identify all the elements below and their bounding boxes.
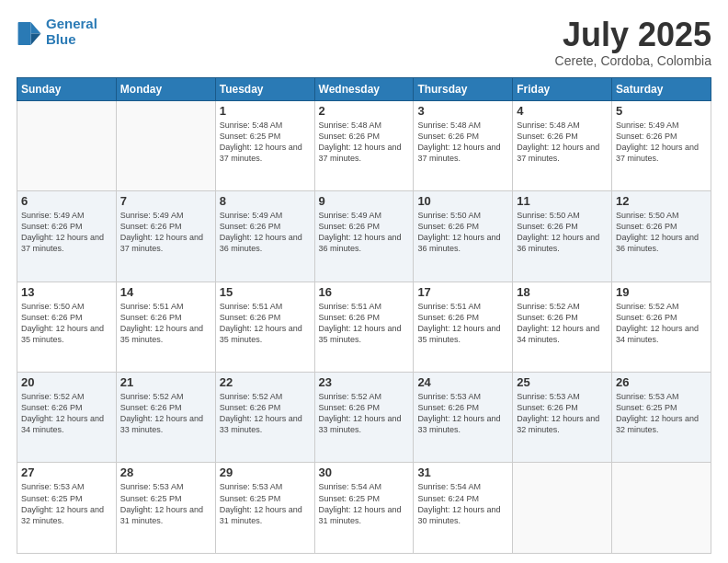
day-number: 29 [220,465,311,479]
day-number: 3 [417,104,508,118]
day-info: Sunrise: 5:50 AMSunset: 6:26 PMDaylight:… [417,210,508,255]
calendar-cell [612,463,711,554]
day-info: Sunrise: 5:48 AMSunset: 6:25 PMDaylight:… [220,120,311,165]
calendar-cell: 26Sunrise: 5:53 AMSunset: 6:25 PMDayligh… [612,373,711,463]
day-info: Sunrise: 5:50 AMSunset: 6:26 PMDaylight:… [517,210,608,255]
day-number: 9 [319,194,410,208]
calendar-cell: 25Sunrise: 5:53 AMSunset: 6:26 PMDayligh… [513,373,612,463]
day-info: Sunrise: 5:52 AMSunset: 6:26 PMDaylight:… [220,391,311,436]
svg-marker-1 [31,33,41,44]
col-wednesday: Wednesday [314,77,414,100]
day-number: 16 [319,285,410,299]
calendar-header-row: Sunday Monday Tuesday Wednesday Thursday… [17,77,711,100]
logo-text: General Blue [46,17,97,47]
calendar-cell: 27Sunrise: 5:53 AMSunset: 6:25 PMDayligh… [17,463,117,554]
day-number: 4 [517,104,608,118]
calendar-cell: 11Sunrise: 5:50 AMSunset: 6:26 PMDayligh… [513,191,612,282]
calendar: Sunday Monday Tuesday Wednesday Thursday… [17,77,711,554]
calendar-week-row: 20Sunrise: 5:52 AMSunset: 6:26 PMDayligh… [17,373,711,463]
svg-rect-2 [18,22,31,45]
svg-marker-0 [31,22,41,33]
day-number: 12 [616,194,707,208]
col-friday: Friday [513,77,612,100]
header: General Blue July 2025 Cerete, Cordoba, … [17,17,711,68]
day-info: Sunrise: 5:54 AMSunset: 6:25 PMDaylight:… [319,481,410,526]
day-info: Sunrise: 5:51 AMSunset: 6:26 PMDaylight:… [220,301,311,346]
day-number: 15 [220,285,311,299]
calendar-cell: 9Sunrise: 5:49 AMSunset: 6:26 PMDaylight… [314,191,414,282]
calendar-cell: 24Sunrise: 5:53 AMSunset: 6:26 PMDayligh… [414,373,513,463]
day-info: Sunrise: 5:52 AMSunset: 6:26 PMDaylight:… [120,391,211,436]
page: General Blue July 2025 Cerete, Cordoba, … [0,0,728,563]
day-number: 7 [120,194,211,208]
calendar-cell: 3Sunrise: 5:48 AMSunset: 6:26 PMDaylight… [414,100,513,190]
day-number: 19 [616,285,707,299]
calendar-week-row: 1Sunrise: 5:48 AMSunset: 6:25 PMDaylight… [17,100,711,190]
calendar-cell: 2Sunrise: 5:48 AMSunset: 6:26 PMDaylight… [314,100,414,190]
day-info: Sunrise: 5:49 AMSunset: 6:26 PMDaylight:… [21,210,112,255]
day-info: Sunrise: 5:52 AMSunset: 6:26 PMDaylight:… [21,391,112,436]
day-number: 23 [319,375,410,389]
calendar-cell: 13Sunrise: 5:50 AMSunset: 6:26 PMDayligh… [17,282,117,372]
main-title: July 2025 [555,17,711,53]
calendar-cell: 16Sunrise: 5:51 AMSunset: 6:26 PMDayligh… [314,282,414,372]
day-number: 24 [417,375,508,389]
day-number: 5 [616,104,707,118]
col-saturday: Saturday [612,77,711,100]
logo-icon [17,19,42,45]
calendar-cell: 21Sunrise: 5:52 AMSunset: 6:26 PMDayligh… [116,373,215,463]
day-info: Sunrise: 5:52 AMSunset: 6:26 PMDaylight:… [517,301,608,346]
title-block: July 2025 Cerete, Cordoba, Colombia [555,17,711,68]
day-number: 8 [220,194,311,208]
day-number: 2 [319,104,410,118]
day-number: 6 [21,194,112,208]
logo-blue: Blue [46,31,76,47]
day-info: Sunrise: 5:50 AMSunset: 6:26 PMDaylight:… [21,301,112,346]
calendar-cell [17,100,117,190]
calendar-week-row: 6Sunrise: 5:49 AMSunset: 6:26 PMDaylight… [17,191,711,282]
day-number: 28 [120,465,211,479]
day-number: 21 [120,375,211,389]
day-number: 14 [120,285,211,299]
day-number: 18 [517,285,608,299]
calendar-cell: 12Sunrise: 5:50 AMSunset: 6:26 PMDayligh… [612,191,711,282]
calendar-cell: 30Sunrise: 5:54 AMSunset: 6:25 PMDayligh… [314,463,414,554]
day-info: Sunrise: 5:51 AMSunset: 6:26 PMDaylight:… [417,301,508,346]
day-info: Sunrise: 5:49 AMSunset: 6:26 PMDaylight:… [220,210,311,255]
day-info: Sunrise: 5:54 AMSunset: 6:24 PMDaylight:… [417,481,508,526]
day-info: Sunrise: 5:49 AMSunset: 6:26 PMDaylight:… [319,210,410,255]
day-info: Sunrise: 5:53 AMSunset: 6:25 PMDaylight:… [21,481,112,526]
day-info: Sunrise: 5:53 AMSunset: 6:25 PMDaylight:… [120,481,211,526]
day-number: 31 [417,465,508,479]
calendar-cell: 7Sunrise: 5:49 AMSunset: 6:26 PMDaylight… [116,191,215,282]
calendar-cell: 15Sunrise: 5:51 AMSunset: 6:26 PMDayligh… [215,282,314,372]
calendar-cell: 4Sunrise: 5:48 AMSunset: 6:26 PMDaylight… [513,100,612,190]
day-number: 27 [21,465,112,479]
calendar-week-row: 27Sunrise: 5:53 AMSunset: 6:25 PMDayligh… [17,463,711,554]
calendar-week-row: 13Sunrise: 5:50 AMSunset: 6:26 PMDayligh… [17,282,711,372]
day-number: 13 [21,285,112,299]
calendar-cell [513,463,612,554]
calendar-cell: 23Sunrise: 5:52 AMSunset: 6:26 PMDayligh… [314,373,414,463]
day-number: 10 [417,194,508,208]
calendar-cell: 5Sunrise: 5:49 AMSunset: 6:26 PMDaylight… [612,100,711,190]
calendar-cell: 10Sunrise: 5:50 AMSunset: 6:26 PMDayligh… [414,191,513,282]
day-info: Sunrise: 5:48 AMSunset: 6:26 PMDaylight:… [517,120,608,165]
calendar-cell: 22Sunrise: 5:52 AMSunset: 6:26 PMDayligh… [215,373,314,463]
col-sunday: Sunday [17,77,117,100]
day-number: 20 [21,375,112,389]
day-info: Sunrise: 5:52 AMSunset: 6:26 PMDaylight:… [319,391,410,436]
day-number: 25 [517,375,608,389]
col-tuesday: Tuesday [215,77,314,100]
col-monday: Monday [116,77,215,100]
day-info: Sunrise: 5:53 AMSunset: 6:26 PMDaylight:… [517,391,608,436]
col-thursday: Thursday [414,77,513,100]
calendar-cell: 20Sunrise: 5:52 AMSunset: 6:26 PMDayligh… [17,373,117,463]
day-number: 30 [319,465,410,479]
day-info: Sunrise: 5:51 AMSunset: 6:26 PMDaylight:… [319,301,410,346]
day-number: 26 [616,375,707,389]
day-info: Sunrise: 5:53 AMSunset: 6:26 PMDaylight:… [417,391,508,436]
day-info: Sunrise: 5:52 AMSunset: 6:26 PMDaylight:… [616,301,707,346]
calendar-cell: 19Sunrise: 5:52 AMSunset: 6:26 PMDayligh… [612,282,711,372]
day-info: Sunrise: 5:53 AMSunset: 6:25 PMDaylight:… [220,481,311,526]
